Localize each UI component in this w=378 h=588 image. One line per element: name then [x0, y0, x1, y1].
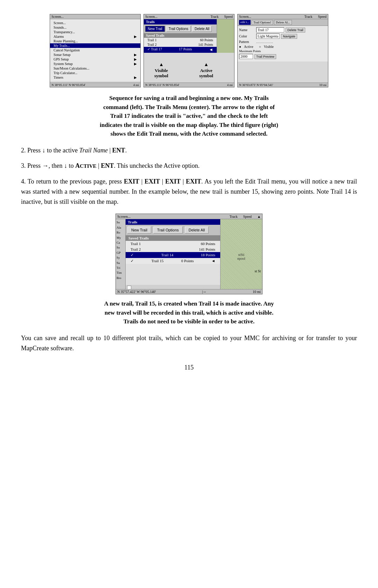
sidebar-sy: Sy: [117, 255, 125, 260]
large-screenshot: Screen... Track Speed ▲ So Ala Ro My Ca …: [115, 214, 262, 294]
name-label: Name: [239, 28, 255, 32]
top-caption-text: Sequence for saving a trail and beginnin…: [100, 95, 278, 137]
right-bottom-coords-top: N 36°03.873' N 95°04.541': [239, 83, 273, 87]
left-bottom-bar: N 38°05.111' N 96°03.854' 4 mi: [50, 83, 140, 87]
active-radio-label: Active: [244, 45, 253, 49]
sidebar-my: My: [117, 235, 125, 240]
sidebar-ca: Ca: [117, 240, 125, 245]
menu-item-gps: GPS Setup: [50, 57, 140, 62]
large-topbar: Screen... Track Speed ▲: [116, 214, 262, 219]
menu-item-sunmoon: Sun/Moon Calculations...: [50, 66, 140, 71]
large-bottom-scale: 10 mi: [253, 290, 261, 294]
trail-17-points-top: 17 Points: [179, 47, 192, 52]
screenshot-right-top: Screen... Track Speed edit t... Trail Op…: [237, 14, 328, 87]
right-bottom-scale-top: 10 mi: [319, 83, 327, 87]
large-trails-title: Trails: [126, 219, 220, 225]
menu-item-screen: Screen...: [50, 21, 140, 25]
final-paragraph: You can save and recall up to 10 differe…: [21, 333, 357, 353]
trail-row-2-top: Trail 2 141 Points: [144, 42, 217, 47]
large-empty-area: [126, 264, 220, 285]
large-trail-15-name: Trail 15: [152, 259, 164, 263]
top-caption: Sequence for saving a trail and beginnin…: [21, 94, 357, 138]
large-trail-15-points: 0 Points: [181, 259, 194, 263]
trail-17-name-top: ✓ Trail 17: [147, 47, 162, 52]
sidebar-gp: GP: [117, 250, 125, 255]
center-top-speed: Speed: [224, 15, 233, 19]
delete-all-btn-top[interactable]: Delete All: [192, 26, 212, 32]
new-trail-btn-large[interactable]: New Trail: [127, 227, 151, 234]
menu-item-alarms: Alarms: [50, 34, 140, 39]
max-points-label: Maximum Points: [239, 49, 261, 53]
large-trail-1-name: Trail 1: [131, 242, 141, 246]
right-active-tab: edit t...: [239, 20, 251, 25]
max-points-row: Maximum Points: [239, 49, 327, 53]
large-trail-14-name: Trail 14: [161, 253, 173, 257]
top-screenshots-row: Screen... Screen... Sounds... Transparen…: [21, 14, 357, 87]
bottom-caption: A new trail, Trail 15, is created when T…: [21, 299, 357, 326]
trail-2-name-top: Trail 2: [147, 43, 157, 46]
sidebar-su: Su: [117, 260, 125, 265]
color-field-row: Color Light Magenta Navigate: [239, 34, 327, 39]
right-top-topbar-left: Screen...: [239, 15, 251, 19]
radio-row-active: ● Active ○ Visible: [239, 45, 327, 49]
center-top-right-labels: Track Speed: [211, 15, 233, 19]
large-trail-2-name: Trail 2: [131, 247, 141, 251]
sidebar-so: So: [117, 220, 125, 225]
sidebar-tim: Tim: [117, 270, 125, 275]
right-trail-options-tab[interactable]: Trail Options!: [252, 20, 273, 25]
paragraph-3: 4. To return to the previous page, press…: [21, 177, 357, 207]
menu-item-system: System Setup: [50, 62, 140, 66]
center-top-topbar: Screen... Track Speed: [144, 14, 234, 19]
sidebar-ro: Ro: [117, 230, 125, 235]
right-top-speed: Speed: [318, 15, 327, 19]
right-delete-btn[interactable]: Delete Al...: [274, 20, 292, 25]
max-value: 2000: [239, 54, 253, 59]
navigate-btn[interactable]: Navigate: [281, 34, 297, 39]
large-map-right-label: st St: [254, 269, 261, 273]
center-bottom-scale-top: 4 mi: [227, 83, 233, 87]
right-bottom-bar-top: N 36°03.873' N 95°04.541' 10 mi: [238, 83, 328, 87]
trail-options-btn-large[interactable]: Trail Options: [153, 227, 183, 234]
name-field-row: Name Trail 17 Delete Trail: [239, 27, 327, 33]
new-trail-btn-top[interactable]: New Trail: [145, 26, 165, 32]
trail-preview-btn[interactable]: Trail Preview: [254, 54, 276, 59]
center-top-track: Track: [211, 15, 219, 19]
large-trail-14-check: ✓: [131, 253, 134, 257]
max-value-row: 2000 Trail Preview: [239, 54, 327, 59]
trail-17-arrow: ◄: [209, 47, 213, 52]
center-trails-title: Trails: [144, 19, 217, 24]
menu-item-cancel-nav: Cancel Navigation: [50, 48, 140, 52]
active-radio-icon: ●: [239, 45, 241, 49]
large-trail-row-2: Trail 2 141 Points: [126, 246, 220, 252]
menu-item-sonar: Sonar Setup: [50, 52, 140, 57]
center-top-topbar-left: Screen...: [145, 15, 158, 19]
trail-options-btn-top[interactable]: Trail Options: [166, 26, 191, 32]
right-top-right-labels: Track Speed: [304, 15, 327, 19]
menu-item-route: Route Planning...: [50, 39, 140, 43]
large-scroll: ▲: [257, 215, 261, 218]
color-label: Color: [239, 34, 255, 38]
large-trail-row-1: Trail 1 60 Points: [126, 241, 220, 246]
color-value: Light Magenta: [256, 34, 280, 39]
visible-radio-icon: ○: [259, 45, 261, 49]
pattern-field-row: Pattern ...............: [239, 40, 327, 44]
large-map-labels: stSti npool: [237, 253, 245, 260]
trail-row-17-top: ✓ Trail 17 17 Points ◄: [144, 47, 217, 53]
large-trail-2-points: 141 Points: [199, 247, 215, 251]
sidebar-so2: So: [117, 245, 125, 250]
delete-all-btn-large[interactable]: Delete All: [185, 227, 209, 234]
left-menu: Screen... Sounds... Transparency... Alar…: [50, 19, 140, 81]
menu-item-timers: Timers: [50, 75, 140, 80]
large-topbar-left: Screen...: [117, 214, 131, 218]
visible-radio-label: Visible: [264, 45, 274, 49]
large-trail-row-14: ✓ Trail 14 18 Points: [126, 252, 220, 258]
large-trail-1-points: 60 Points: [201, 242, 215, 246]
delete-trail-btn[interactable]: Delete Trail: [286, 28, 305, 33]
large-trail-15-check: ✓: [131, 259, 134, 263]
large-sidebar: So Ala Ro My Ca So GP Sy Su Tri Tim Bro: [117, 220, 125, 280]
edit-trail-content: Name Trail 17 Delete Trail Color Light M…: [238, 26, 328, 62]
trail-2-points-top: 141 Points: [198, 43, 213, 46]
pattern-label: Pattern: [239, 40, 255, 44]
paragraph-2: 3. Press →, then ↓ to ACTIVE | ENT. This…: [21, 161, 357, 171]
left-bottom-scale: 4 mi: [133, 83, 139, 87]
